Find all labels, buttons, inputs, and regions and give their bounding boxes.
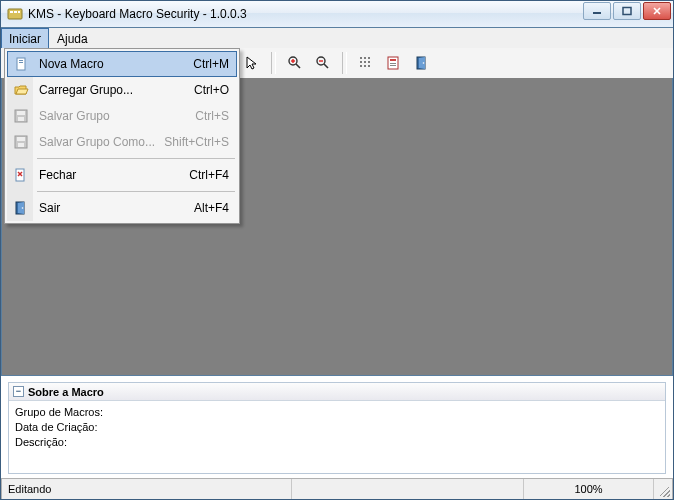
menu-iniciar-label: Iniciar xyxy=(9,32,41,46)
window-controls xyxy=(581,2,671,20)
info-panel-title: Sobre a Macro xyxy=(28,386,104,398)
zoom-in-tool[interactable] xyxy=(284,52,306,74)
menu-iniciar[interactable]: Iniciar xyxy=(1,28,49,48)
resize-grip[interactable] xyxy=(654,479,672,499)
menu-item-nova-macro[interactable]: Nova Macro Ctrl+M xyxy=(7,51,237,77)
svg-rect-32 xyxy=(19,62,23,63)
info-line-data: Data de Criação: xyxy=(15,420,659,435)
info-panel-body: Grupo de Macros: Data de Criação: Descri… xyxy=(9,401,665,454)
door-tool[interactable] xyxy=(411,52,433,74)
menu-ajuda-label: Ajuda xyxy=(57,32,88,46)
status-zoom: 100% xyxy=(524,479,654,499)
menu-item-label: Fechar xyxy=(39,168,189,182)
menu-item-label: Nova Macro xyxy=(39,57,193,71)
svg-point-43 xyxy=(22,207,24,209)
menu-bar: Iniciar Ajuda xyxy=(0,28,674,48)
menu-separator xyxy=(37,158,235,159)
save-icon xyxy=(13,108,29,124)
svg-point-21 xyxy=(360,65,362,67)
menu-item-carregar-grupo[interactable]: Carregar Grupo... Ctrl+O xyxy=(7,77,237,103)
new-doc-icon xyxy=(14,56,30,72)
menu-item-fechar[interactable]: Fechar Ctrl+F4 xyxy=(7,162,237,188)
menu-item-label: Salvar Grupo Como... xyxy=(39,135,164,149)
svg-point-19 xyxy=(364,61,366,63)
svg-point-15 xyxy=(360,57,362,59)
svg-rect-31 xyxy=(19,60,23,61)
svg-rect-0 xyxy=(8,9,22,19)
svg-rect-25 xyxy=(390,59,396,61)
macro-tool[interactable] xyxy=(383,52,405,74)
svg-rect-5 xyxy=(623,8,631,15)
svg-line-13 xyxy=(324,64,328,68)
menu-item-shortcut: Shift+Ctrl+S xyxy=(164,135,229,149)
svg-point-23 xyxy=(368,65,370,67)
svg-rect-26 xyxy=(390,63,396,64)
title-bar: KMS - Keyboard Macro Security - 1.0.0.3 xyxy=(0,0,674,28)
menu-item-shortcut: Ctrl+F4 xyxy=(189,168,229,182)
macro-info-panel: − Sobre a Macro Grupo de Macros: Data de… xyxy=(8,382,666,474)
status-zoom-text: 100% xyxy=(574,483,602,495)
menu-item-shortcut: Ctrl+S xyxy=(195,109,229,123)
svg-rect-38 xyxy=(18,143,24,147)
info-panel-header[interactable]: − Sobre a Macro xyxy=(9,383,665,401)
status-mode-text: Editando xyxy=(8,483,51,495)
pointer-tool[interactable] xyxy=(241,52,263,74)
menu-item-salvar-grupo: Salvar Grupo Ctrl+S xyxy=(7,103,237,129)
svg-point-16 xyxy=(364,57,366,59)
svg-rect-37 xyxy=(17,137,25,141)
svg-rect-3 xyxy=(18,11,20,13)
menu-item-label: Salvar Grupo xyxy=(39,109,195,123)
svg-rect-34 xyxy=(17,111,25,115)
close-file-icon xyxy=(13,167,29,183)
menu-ajuda[interactable]: Ajuda xyxy=(49,28,96,48)
svg-point-29 xyxy=(423,62,425,64)
menu-item-sair[interactable]: Sair Alt+F4 xyxy=(7,195,237,221)
menu-item-shortcut: Ctrl+M xyxy=(193,57,229,71)
svg-point-18 xyxy=(360,61,362,63)
maximize-button[interactable] xyxy=(613,2,641,20)
minimize-button[interactable] xyxy=(583,2,611,20)
svg-line-9 xyxy=(296,64,300,68)
svg-rect-27 xyxy=(390,65,396,66)
folder-open-icon xyxy=(13,82,29,98)
toolbar-separator xyxy=(271,52,276,74)
menu-item-shortcut: Alt+F4 xyxy=(194,201,229,215)
menu-item-salvar-grupo-como: Salvar Grupo Como... Shift+Ctrl+S xyxy=(7,129,237,155)
menu-item-shortcut: Ctrl+O xyxy=(194,83,229,97)
status-mode: Editando xyxy=(2,479,292,499)
svg-point-20 xyxy=(368,61,370,63)
close-button[interactable] xyxy=(643,2,671,20)
iniciar-dropdown: Nova Macro Ctrl+M Carregar Grupo... Ctrl… xyxy=(4,48,240,224)
svg-rect-2 xyxy=(14,11,17,13)
status-empty xyxy=(292,479,524,499)
menu-item-label: Carregar Grupo... xyxy=(39,83,194,97)
svg-rect-30 xyxy=(17,58,25,70)
svg-point-17 xyxy=(368,57,370,59)
svg-rect-1 xyxy=(10,11,13,13)
menu-item-label: Sair xyxy=(39,201,194,215)
toolbar-separator xyxy=(342,52,347,74)
info-line-grupo: Grupo de Macros: xyxy=(15,405,659,420)
exit-icon xyxy=(13,200,29,216)
svg-point-22 xyxy=(364,65,366,67)
app-icon xyxy=(7,6,23,22)
info-line-descricao: Descrição: xyxy=(15,435,659,450)
window-title: KMS - Keyboard Macro Security - 1.0.0.3 xyxy=(28,7,673,21)
save-as-icon xyxy=(13,134,29,150)
collapse-icon[interactable]: − xyxy=(13,386,24,397)
zoom-out-tool[interactable] xyxy=(312,52,334,74)
grid-tool[interactable] xyxy=(355,52,377,74)
svg-rect-35 xyxy=(18,117,24,121)
menu-separator xyxy=(37,191,235,192)
status-bar: Editando 100% xyxy=(1,478,673,500)
